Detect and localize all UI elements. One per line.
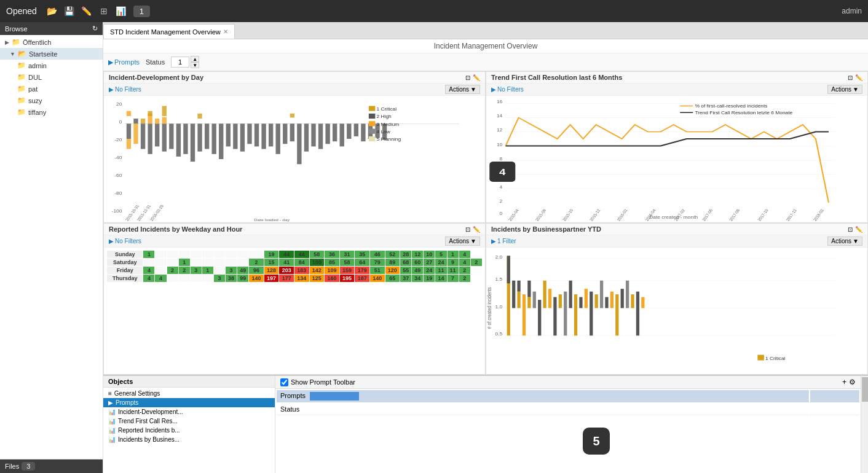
chart-obj-icon4: 📊 [108,436,116,443]
expand-heatmap-icon[interactable]: ⊡ [465,226,470,233]
filter-toggle-bp[interactable]: ▶ 1 Filter [491,238,516,244]
svg-rect-16 [155,123,159,146]
svg-text:16: 16 [497,100,502,104]
expand-trend-icon[interactable]: ⊡ [848,74,853,81]
svg-text:% of first-call-resolved incid: % of first-call-resolved incidents [695,104,767,109]
heatmap-cell: 12 [412,251,424,259]
edit-bp-icon[interactable]: ✏️ [855,226,862,233]
scrollbar-thumb [862,377,868,402]
heatmap-cell: 65 [385,275,400,283]
svg-rect-135 [605,297,608,308]
actions-btn-bp[interactable]: Actions ▼ [827,237,862,246]
folder-open-icon[interactable]: 📂 [46,5,58,17]
right-scrollbar[interactable] [861,376,868,473]
svg-text:2017-12: 2017-12 [785,208,797,222]
sidebar-item-pat[interactable]: 📁 pat [0,83,103,95]
svg-rect-22 [183,123,187,154]
svg-rect-52 [148,111,152,116]
svg-rect-42 [325,123,329,144]
expand-icon[interactable]: ⊡ [465,74,470,81]
chart-obj-icon3: 📊 [108,427,116,434]
add-prompt-icon[interactable]: + [842,378,846,386]
heatmap-cell: 14 [435,275,447,283]
sidebar-item-tiffany[interactable]: 📁 tiffany [0,106,103,118]
spinner-up[interactable]: ▲ [191,56,199,62]
prompt-status-value [810,404,859,415]
layout-icon[interactable]: ⊞ [98,5,110,17]
expand-bp-icon[interactable]: ⊡ [848,226,853,233]
main-tab[interactable]: STD Incident Management Overview ✕ [103,24,235,39]
bar-chart-svg: 20 0 -20 -40 -60 -80 -100 [104,96,485,222]
edit-chart-icon[interactable]: ✏️ [473,74,480,81]
show-toolbar-checkbox[interactable] [280,378,288,386]
heatmap-cell: 2 [459,267,470,275]
no-filters-trend[interactable]: ▶ No Filters [491,86,524,93]
sidebar-item-label: pat [28,85,37,93]
chart-header: Incident-Development by Day ⊡ ✏️ [104,72,485,84]
heatmap-cell [190,251,202,259]
toolbar-icons: 📂 💾 ✏️ ⊞ 📊 [46,5,127,17]
chart-obj-icon: 📊 [108,408,116,415]
refresh-icon[interactable]: ↻ [92,25,98,33]
edit-heatmap-icon[interactable]: ✏️ [473,226,480,233]
trend-fcr-label: Trend First Call Res... [118,418,178,424]
files-number: 3 [22,462,35,471]
heatmap-cell [167,251,178,259]
files-section[interactable]: Files 3 [0,459,103,473]
obj-trend-fcr[interactable]: 📊 Trend First Call Res... [103,416,275,426]
obj-incidents-bp[interactable]: 📊 Incidents by Busines... [103,435,275,444]
edit-trend-icon[interactable]: ✏️ [855,74,862,81]
heatmap-cell: 35 [355,251,370,259]
svg-text:5 Planning: 5 Planning [376,137,401,142]
heatmap-cell: 142 [309,267,325,275]
obj-general-settings: ≡ General Settings [103,389,275,398]
svg-rect-25 [205,123,209,149]
chart-icon[interactable]: 📊 [115,5,127,17]
status-spinner[interactable]: ▲ ▼ [171,56,199,68]
svg-rect-23 [191,123,195,162]
heatmap-cell: 37 [400,275,412,283]
actions-btn-trend[interactable]: Actions ▼ [827,85,862,94]
sidebar-item-suzy[interactable]: 📁 suzy [0,95,103,106]
sidebar-item-offentlich[interactable]: ▶ 📁 Öffentlich [0,36,103,48]
svg-rect-12 [141,119,145,123]
actions-label-heatmap: Actions [449,238,469,244]
svg-rect-126 [559,294,562,308]
chart-header-bp: Incidents by Businesspartner YTD ⊡ ✏️ [486,224,867,235]
incidents-bp-label: Incidents by Busines... [118,436,180,443]
chart-subbar: ▶ No Filters Actions ▼ [104,84,485,96]
obj-prompts[interactable]: ▶ Prompts [103,398,275,407]
obj-incident-dev[interactable]: 📊 Incident-Development... [103,407,275,416]
sidebar-item-dul[interactable]: 📁 DUL [0,71,103,83]
svg-rect-26 [211,123,216,154]
chart-header-icons-trend: ⊡ ✏️ [848,74,862,81]
status-input[interactable] [171,57,189,68]
browse-label: Browse [5,25,28,33]
sidebar-item-admin[interactable]: 📁 admin [0,60,103,71]
spinner-down[interactable]: ▼ [191,62,199,68]
topbar: Opened 📂 💾 ✏️ ⊞ 📊 1 admin [0,0,868,22]
svg-rect-17 [155,119,159,123]
edit-icon[interactable]: ✏️ [81,5,93,17]
save-as-icon[interactable]: 💾 [63,5,76,17]
sidebar-item-startseite[interactable]: ▼ 📂 Startseite [0,48,103,60]
tab-close-icon[interactable]: ✕ [223,28,228,35]
no-filters-toggle[interactable]: ▶ No Filters [109,86,141,93]
actions-button[interactable]: Actions ▼ [445,85,480,94]
heatmap-cell: 79 [369,259,385,267]
settings-prompt-icon[interactable]: ⚙ [849,378,856,386]
prompts-toggle[interactable]: ▶ Prompts [108,58,140,66]
actions-btn-heatmap[interactable]: Actions ▼ [445,237,480,246]
chart-subbar-trend: ▶ No Filters Actions ▼ [486,84,867,96]
dashboard: Incident Management Overview ▶ Prompts S… [103,39,868,473]
svg-rect-29 [233,123,237,149]
svg-text:4 Low: 4 Low [376,130,390,135]
obj-reported-incidents[interactable]: 📊 Reported Incidents b... [103,426,275,435]
heatmap-cell: 195 [339,275,355,283]
day-label: Saturday [107,259,143,267]
heatmap-cell: 15 [264,259,279,267]
day-label: Thursday [107,275,143,283]
filter-arrow-trend: ▶ [491,86,496,93]
no-filters-heatmap[interactable]: ▶ No Filters [109,238,141,244]
actions-arrow: ▼ [470,86,476,93]
